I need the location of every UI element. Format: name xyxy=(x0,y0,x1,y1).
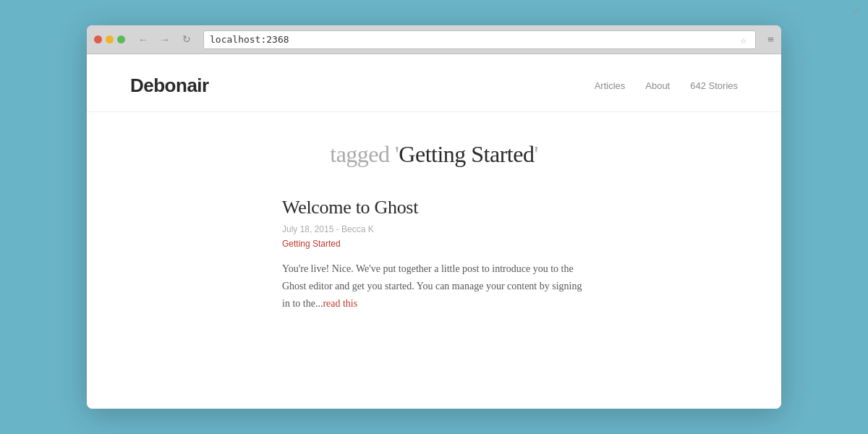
read-more-link[interactable]: read this xyxy=(323,298,357,309)
traffic-lights xyxy=(94,35,125,43)
article-meta: July 18, 2015 - Becca K xyxy=(282,224,586,234)
chrome-bar: ← → ↻ localhost:2368 ☆ ≡ ⤢ xyxy=(87,25,781,54)
nav-stories[interactable]: 642 Stories xyxy=(690,80,738,91)
nav-articles[interactable]: Articles xyxy=(595,80,626,91)
nav-about[interactable]: About xyxy=(645,80,670,91)
bookmark-icon[interactable]: ☆ xyxy=(741,34,746,46)
article-title[interactable]: Welcome to Ghost xyxy=(282,197,586,218)
back-button[interactable]: ← xyxy=(135,32,151,48)
back-icon: ← xyxy=(138,34,148,46)
refresh-icon: ↻ xyxy=(182,33,191,46)
article-tag[interactable]: Getting Started xyxy=(282,239,586,249)
minimize-button[interactable] xyxy=(106,35,114,43)
browser-menu-icon[interactable]: ≡ xyxy=(767,33,774,46)
tag-name: Getting Started xyxy=(399,141,534,167)
article-excerpt: You're live! Nice. We've put together a … xyxy=(282,260,586,312)
refresh-button[interactable]: ↻ xyxy=(179,32,195,48)
forward-button[interactable]: → xyxy=(157,32,173,48)
tag-prefix: tagged ' xyxy=(330,141,399,167)
site-navigation: Articles About 642 Stories xyxy=(595,80,738,91)
website-content: Debonair Articles About 642 Stories tagg… xyxy=(87,54,781,409)
maximize-button[interactable] xyxy=(117,35,125,43)
url-display: localhost:2368 xyxy=(210,34,741,45)
address-bar[interactable]: localhost:2368 ☆ xyxy=(203,30,756,49)
tag-suffix: ' xyxy=(534,141,537,167)
browser-window: ← → ↻ localhost:2368 ☆ ≡ ⤢ Debonair Arti… xyxy=(87,25,781,409)
site-logo[interactable]: Debonair xyxy=(130,75,209,97)
close-button[interactable] xyxy=(94,35,102,43)
main-content: tagged 'Getting Started' Welcome to Ghos… xyxy=(87,112,781,341)
tag-heading: tagged 'Getting Started' xyxy=(130,141,738,168)
site-header: Debonair Articles About 642 Stories xyxy=(87,54,781,112)
forward-icon: → xyxy=(160,34,170,46)
article-listing: Welcome to Ghost July 18, 2015 - Becca K… xyxy=(282,197,586,312)
